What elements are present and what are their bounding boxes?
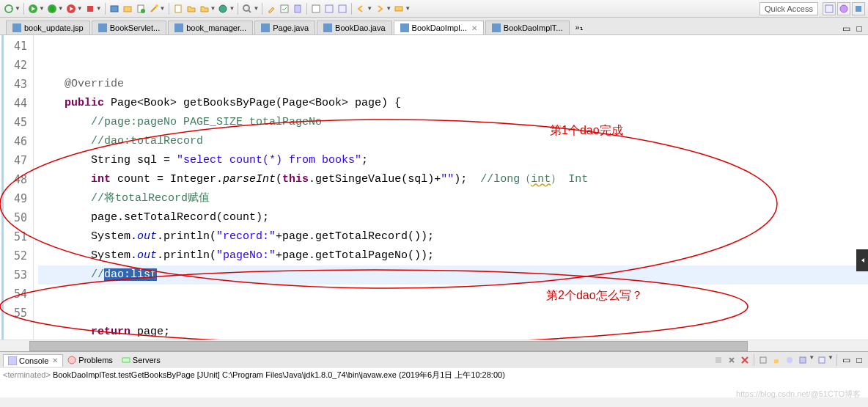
editor-tabs: book_update.jsp BookServlet... book_mana… bbox=[0, 18, 868, 35]
horizontal-scrollbar[interactable] bbox=[0, 340, 868, 351]
code-line: return page; bbox=[38, 323, 868, 340]
main-toolbar: ▼ ▼ ▼ ▼ ▼ ▼ ▼ ▼ ▼ ▼ ▼ ▼ Quick Access bbox=[0, 0, 868, 18]
javaee-perspective-icon[interactable] bbox=[837, 2, 850, 15]
tab-label: Page.java bbox=[273, 23, 309, 32]
tab-console[interactable]: Console ✕ bbox=[3, 354, 63, 367]
task-icon[interactable] bbox=[279, 3, 290, 15]
maximize-panel-icon[interactable]: □ bbox=[853, 354, 865, 366]
code-editor[interactable]: @Override public Page<Book> getBooksByPa… bbox=[34, 35, 868, 340]
console-action-icon[interactable] bbox=[713, 354, 724, 366]
dropdown-icon[interactable]: ▼ bbox=[405, 5, 411, 12]
svg-point-3 bbox=[50, 6, 54, 12]
svg-rect-28 bbox=[400, 23, 409, 32]
minimize-icon[interactable]: ▭ bbox=[840, 23, 852, 34]
open-perspective-icon[interactable] bbox=[823, 2, 836, 15]
dropdown-icon[interactable]: ▼ bbox=[58, 5, 64, 12]
tab-problems[interactable]: Problems bbox=[63, 354, 117, 366]
dropdown-icon[interactable]: ▼ bbox=[15, 5, 21, 12]
dropdown-icon[interactable]: ▼ bbox=[160, 5, 166, 12]
dropdown-icon[interactable]: ▼ bbox=[96, 5, 102, 12]
dropdown-icon[interactable]: ▼ bbox=[210, 5, 216, 12]
svg-point-38 bbox=[787, 357, 792, 363]
pin-console-icon[interactable] bbox=[784, 354, 795, 366]
svg-rect-20 bbox=[825, 5, 833, 12]
annotation-text-1: 第1个dao完成 bbox=[550, 123, 623, 139]
line-number: 47 bbox=[0, 151, 27, 170]
tab-page-java[interactable]: Page.java bbox=[254, 21, 315, 34]
scrollbar-thumb[interactable] bbox=[29, 341, 748, 351]
tab-bookdaoimpl[interactable]: BookDaoImpl...✕ bbox=[394, 21, 484, 34]
svg-rect-11 bbox=[175, 5, 181, 12]
line-number: 49 bbox=[0, 189, 27, 208]
svg-rect-22 bbox=[856, 6, 861, 12]
search-icon[interactable] bbox=[241, 3, 253, 15]
nav2-icon[interactable] bbox=[323, 3, 335, 15]
run-icon[interactable] bbox=[27, 3, 39, 15]
dropdown-icon[interactable]: ▼ bbox=[828, 354, 834, 366]
side-collapsed-view[interactable] bbox=[856, 249, 868, 271]
refresh-icon[interactable] bbox=[3, 3, 15, 15]
dropdown-icon[interactable]: ▼ bbox=[809, 354, 814, 366]
new-file-icon[interactable] bbox=[172, 3, 184, 15]
tab-bookdaoimpltest[interactable]: BookDaoImplT... bbox=[485, 21, 570, 34]
svg-rect-34 bbox=[122, 358, 130, 362]
wizard-icon[interactable] bbox=[148, 3, 160, 15]
nav3-icon[interactable] bbox=[336, 3, 348, 15]
tab-book-manager[interactable]: book_manager... bbox=[168, 21, 253, 34]
quick-access-field[interactable]: Quick Access bbox=[760, 2, 818, 15]
close-icon[interactable]: ✕ bbox=[471, 24, 477, 32]
dropdown-icon[interactable]: ▼ bbox=[253, 5, 259, 12]
open-type-icon[interactable] bbox=[217, 3, 229, 15]
dropdown-icon[interactable]: ▼ bbox=[367, 5, 372, 12]
line-number: 45 bbox=[0, 113, 27, 132]
line-number: 51 bbox=[0, 227, 27, 246]
folder2-icon[interactable] bbox=[199, 3, 210, 15]
code-line: String sql = "select count(*) from books… bbox=[38, 151, 868, 170]
svg-rect-17 bbox=[326, 5, 333, 12]
clear-console-icon[interactable] bbox=[757, 354, 769, 366]
code-line: System.out.println("pageNo:"+page.getTot… bbox=[38, 246, 868, 265]
stop-icon[interactable] bbox=[84, 3, 96, 15]
tabs-overflow[interactable]: »₁ bbox=[571, 21, 587, 34]
code-line: //将totalRecord赋值 bbox=[38, 189, 868, 208]
dropdown-icon[interactable]: ▼ bbox=[39, 5, 45, 12]
line-number: 53 bbox=[0, 265, 27, 285]
nav-icon[interactable] bbox=[310, 3, 322, 15]
tab-servers[interactable]: Servers bbox=[117, 354, 165, 366]
java-perspective-icon[interactable] bbox=[852, 2, 865, 15]
line-number: 42 bbox=[0, 56, 27, 75]
open-console-icon[interactable] bbox=[816, 354, 828, 366]
selected-text: dao:list bbox=[104, 268, 157, 281]
scroll-lock-icon[interactable] bbox=[770, 354, 782, 366]
forward-icon[interactable] bbox=[374, 3, 386, 15]
new-icon[interactable] bbox=[135, 3, 147, 15]
line-number: 41 bbox=[0, 37, 27, 56]
remove-all-icon[interactable] bbox=[739, 354, 751, 366]
collapse-icon[interactable] bbox=[393, 3, 405, 15]
svg-rect-15 bbox=[295, 5, 301, 12]
tab-book-update[interactable]: book_update.jsp bbox=[6, 21, 90, 34]
cut-icon[interactable] bbox=[292, 3, 304, 15]
edit-icon[interactable] bbox=[265, 3, 277, 15]
dropdown-icon[interactable]: ▼ bbox=[229, 5, 235, 12]
server-icon[interactable] bbox=[108, 3, 120, 15]
tab-label: BookServlet... bbox=[110, 23, 160, 32]
dropdown-icon[interactable]: ▼ bbox=[386, 5, 391, 12]
package-icon[interactable] bbox=[122, 3, 133, 15]
close-icon[interactable]: ✕ bbox=[52, 356, 58, 364]
servers-icon bbox=[122, 356, 130, 364]
annotation-text-2: 第2个dao怎么写？ bbox=[546, 288, 643, 304]
dropdown-icon[interactable]: ▼ bbox=[77, 5, 83, 12]
remove-launch-icon[interactable] bbox=[726, 354, 738, 366]
minimize-panel-icon[interactable]: ▭ bbox=[840, 354, 852, 366]
maximize-icon[interactable]: □ bbox=[853, 23, 865, 34]
code-line: int count = Integer.parseInt(this.getSin… bbox=[38, 170, 868, 189]
run-last-icon[interactable] bbox=[65, 3, 77, 15]
open-file-icon[interactable] bbox=[185, 3, 197, 15]
tab-bookdao-java[interactable]: BookDao.java bbox=[317, 21, 392, 34]
debug-icon[interactable] bbox=[46, 3, 58, 15]
back-icon[interactable] bbox=[355, 3, 367, 15]
line-number: 55 bbox=[0, 304, 27, 323]
display-console-icon[interactable] bbox=[797, 354, 809, 366]
tab-bookservlet[interactable]: BookServlet... bbox=[92, 21, 166, 34]
